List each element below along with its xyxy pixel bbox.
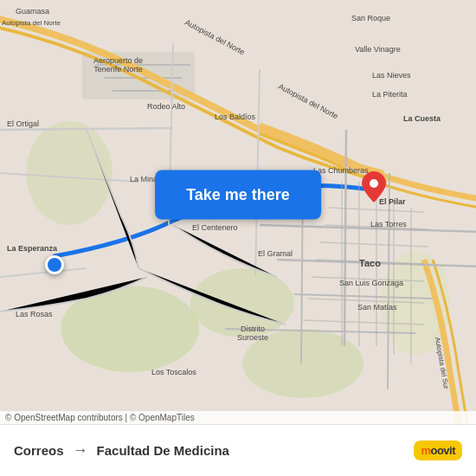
svg-point-3 bbox=[26, 121, 113, 225]
svg-point-34 bbox=[370, 179, 378, 188]
moovit-text: oovit bbox=[430, 444, 455, 457]
route-to: Facultad De Medicina bbox=[97, 443, 229, 458]
moovit-logo: moovit bbox=[414, 441, 462, 460]
route-arrow: → bbox=[73, 441, 88, 460]
route-from: Correos bbox=[14, 443, 64, 458]
map-attribution: © OpenStreetMap contributors | © OpenMap… bbox=[0, 411, 476, 424]
take-me-there-button[interactable]: Take me there bbox=[155, 170, 321, 220]
svg-point-2 bbox=[190, 268, 294, 338]
bottom-bar: Correos → Facultad De Medicina moovit bbox=[0, 424, 476, 476]
map-container: Guamasa Autopista del Norte Aeropuerto d… bbox=[0, 0, 476, 424]
moovit-m-letter: m bbox=[421, 444, 430, 457]
origin-marker bbox=[45, 255, 64, 274]
destination-marker bbox=[362, 171, 386, 203]
